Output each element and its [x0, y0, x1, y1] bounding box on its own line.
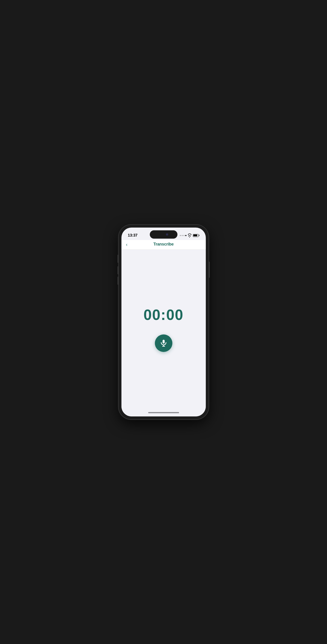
status-icons [180, 234, 199, 238]
back-chevron-icon: ‹ [126, 242, 128, 247]
phone-outer: 13:37 [119, 225, 209, 419]
timer-display: 00:00 [144, 306, 184, 324]
mic-icon [159, 339, 168, 347]
svg-rect-0 [162, 340, 165, 344]
dynamic-island-camera [166, 233, 168, 236]
mic-button[interactable] [155, 334, 172, 352]
nav-bar: ‹ Transcribe [121, 240, 206, 250]
wifi-icon [188, 234, 191, 238]
back-button[interactable]: ‹ [126, 242, 128, 247]
page-title: Transcribe [153, 242, 174, 247]
home-bar [148, 412, 179, 413]
status-time: 13:37 [128, 233, 138, 238]
signal-icon [180, 235, 186, 236]
main-content: 00:00 [121, 250, 206, 408]
phone-screen: 13:37 [121, 228, 206, 416]
battery-icon [193, 234, 199, 237]
home-indicator [121, 408, 206, 416]
dynamic-island [150, 230, 177, 238]
